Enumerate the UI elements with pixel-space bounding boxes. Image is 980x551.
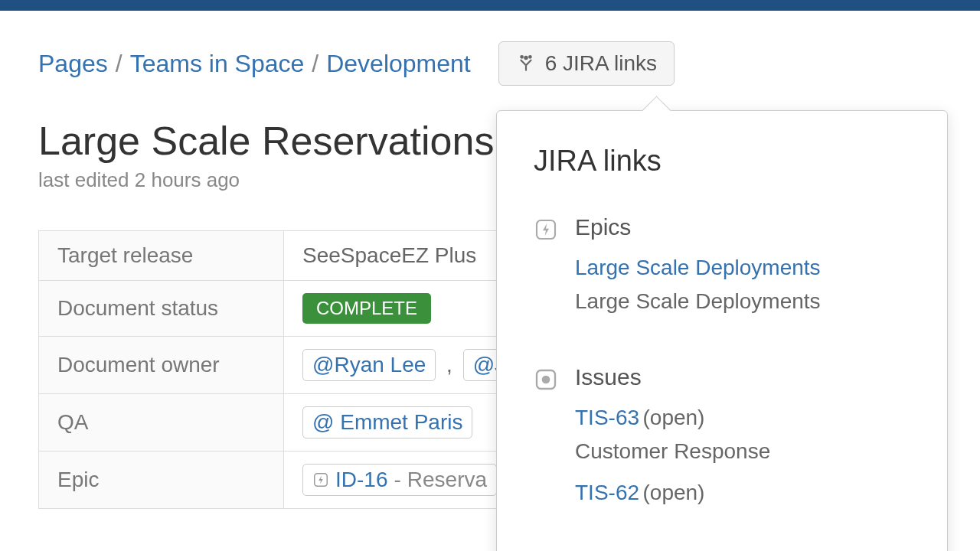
- svg-point-2: [529, 56, 531, 58]
- svg-point-0: [524, 57, 527, 59]
- breadcrumb-link-teams-in-space[interactable]: Teams in Space: [130, 50, 305, 78]
- issue-section-icon: [534, 364, 561, 513]
- jira-links-popover: JIRA links Epics Large Scale Deployments…: [496, 110, 948, 551]
- epic-label: Epic: [39, 452, 284, 509]
- popover-title: JIRA links: [534, 145, 910, 178]
- issue-row: TIS-63 (open): [575, 406, 910, 430]
- top-nav-bar: [0, 0, 980, 11]
- issues-heading: Issues: [575, 364, 910, 390]
- breadcrumb-link-development[interactable]: Development: [326, 50, 471, 78]
- jira-links-button[interactable]: 6 JIRA links: [498, 41, 675, 86]
- epic-desc: Reserva: [407, 468, 487, 492]
- epics-heading: Epics: [575, 214, 910, 240]
- issue-link-tis-62[interactable]: TIS-62: [575, 481, 639, 504]
- breadcrumb-separator: /: [116, 50, 122, 78]
- epic-section-icon: [534, 214, 561, 335]
- issue-status-text: (open): [642, 406, 704, 429]
- breadcrumb-link-pages[interactable]: Pages: [38, 50, 108, 78]
- epic-separator: -: [394, 468, 400, 492]
- mention-separator: ,: [446, 353, 452, 377]
- breadcrumb-separator: /: [312, 50, 318, 78]
- mention-emmet-paris[interactable]: @ Emmet Paris: [302, 406, 472, 439]
- jira-icon: [516, 54, 536, 73]
- popover-issues-section: Issues TIS-63 (open) Customer Response T…: [534, 364, 910, 513]
- document-owner-label: Document owner: [39, 337, 284, 394]
- breadcrumb: Pages / Teams in Space / Development: [38, 50, 471, 78]
- epic-chip[interactable]: ID-16 - Reserva: [302, 464, 497, 496]
- epic-id: ID-16: [335, 468, 387, 492]
- issue-sub-text: Customer Response: [575, 439, 910, 464]
- status-badge: COMPLETE: [302, 293, 431, 324]
- svg-point-6: [542, 376, 550, 384]
- epic-link-large-scale-deployments[interactable]: Large Scale Deployments: [575, 256, 821, 279]
- qa-label: QA: [39, 394, 284, 452]
- issue-status-text: (open): [642, 481, 704, 504]
- target-release-label: Target release: [39, 231, 284, 281]
- issue-link-tis-63[interactable]: TIS-63: [575, 406, 639, 429]
- epic-sub-text: Large Scale Deployments: [575, 289, 910, 314]
- jira-links-button-label: 6 JIRA links: [545, 51, 657, 76]
- popover-epics-section: Epics Large Scale Deployments Large Scal…: [534, 214, 910, 335]
- mention-ryan-lee[interactable]: @Ryan Lee: [302, 349, 436, 381]
- bolt-icon: [312, 471, 329, 488]
- issue-row: TIS-62 (open): [575, 481, 910, 505]
- document-status-label: Document status: [39, 281, 284, 337]
- svg-point-1: [521, 56, 523, 58]
